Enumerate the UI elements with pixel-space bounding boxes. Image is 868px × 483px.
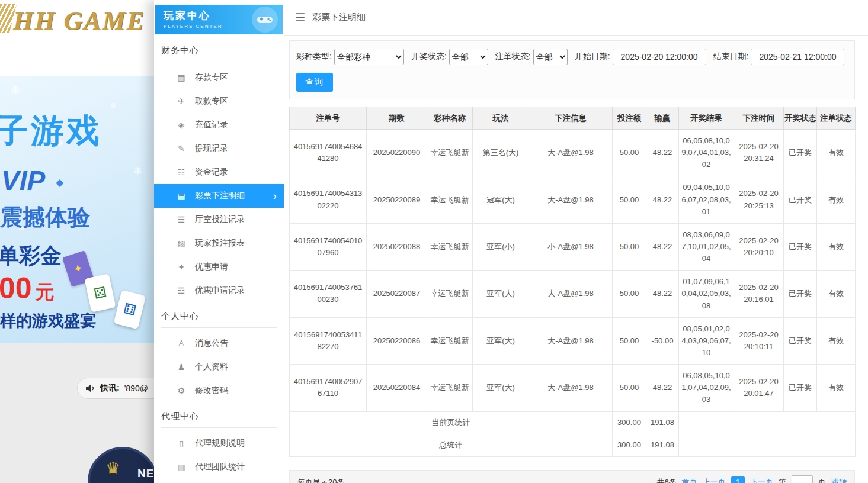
table-body: 40156917400546844128020250220090幸运飞艇新第三名…	[290, 130, 856, 457]
prev-page-link[interactable]: 上一页	[703, 477, 726, 483]
next-page-link[interactable]: 下一页	[750, 477, 773, 483]
banner-bonus-text: 单彩金	[0, 242, 62, 271]
table-cell: 08,05,01,02,04,03,09,06,07,10	[679, 317, 734, 364]
table-cell: 08,03,06,09,07,10,01,02,05,04	[679, 223, 734, 270]
table-cell: 大-A盘@1.98	[529, 176, 613, 223]
sidebar-item-label: 厅室投注记录	[195, 214, 245, 225]
sidebar-item-recharge-record[interactable]: ◈充值记录	[154, 113, 284, 137]
deposit-icon: ▦	[177, 73, 186, 82]
end-date-input[interactable]	[751, 49, 844, 65]
hamburger-menu-icon[interactable]: ☰	[295, 11, 305, 24]
column-header: 开奖结果	[679, 107, 734, 130]
table-cell: 已开奖	[784, 130, 817, 176]
table-row: 40156917400543130222020250220089幸运飞艇新冠军(…	[290, 176, 856, 223]
sidebar-item-label: 充值记录	[195, 120, 228, 130]
table-row: 40156917400546844128020250220090幸运飞艇新第三名…	[290, 130, 856, 176]
sidebar-item-label: 代理团队统计	[195, 462, 245, 472]
table-cell: 有效	[817, 317, 856, 364]
hall-bet-record-icon: ☰	[177, 215, 186, 224]
table-cell: 大-A盘@1.98	[529, 130, 613, 176]
table-cell: 48.22	[646, 365, 679, 411]
first-page-link[interactable]: 首页	[682, 477, 697, 483]
sidebar-item-deposit[interactable]: ▦存款专区	[154, 66, 284, 89]
jump-suffix-label: 页	[818, 477, 826, 483]
sidebar-item-funds-record[interactable]: ☷资金记录	[154, 160, 284, 184]
ticker-text: '890@	[124, 384, 148, 393]
current-page-indicator[interactable]: 1	[731, 476, 745, 483]
table-cell: -50.00	[646, 317, 679, 364]
sidebar-item-promo-apply-record[interactable]: ☲优惠申请记录	[154, 279, 284, 302]
table-cell: 06,08,05,10,01,07,04,02,09,03	[679, 365, 734, 411]
jump-button[interactable]: 跳转	[831, 477, 847, 483]
sidebar-item-agent-team-stats[interactable]: ▥代理团队统计	[154, 455, 284, 479]
banner-title: 子游戏	[0, 109, 102, 154]
column-header: 下注时间	[734, 107, 784, 130]
sidebar-item-withdraw[interactable]: ✈取款专区	[154, 89, 284, 113]
table-cell: 48.22	[646, 271, 679, 317]
draw-status-select[interactable]: 全部	[449, 49, 488, 65]
table-cell: 01,07,09,06,10,04,02,05,03,08	[679, 271, 734, 317]
table-cell: 50.00	[613, 176, 646, 223]
ticker-label: 快讯:	[100, 383, 120, 394]
table-cell: 50.00	[613, 271, 646, 317]
table-cell: 小-A盘@1.98	[529, 223, 613, 270]
bet-records-table: 注单号期数彩种名称玩法下注信息投注额输赢开奖结果下注时间开奖状态注单状态 401…	[289, 107, 856, 457]
table-cell: 幸运飞艇新	[427, 130, 473, 176]
total-count: 共6条	[657, 477, 677, 483]
table-row: 40156917400534118227020250220086幸运飞艇新亚军(…	[290, 317, 856, 364]
sidebar-item-message-board[interactable]: ♙消息公告	[154, 331, 284, 355]
site-logo: HH GAME	[13, 6, 145, 36]
summary-label: 当前页统计	[290, 411, 613, 434]
table-cell: 大-A盘@1.98	[529, 317, 613, 364]
player-bet-report-icon: ▨	[177, 239, 186, 248]
page-jump-input[interactable]	[792, 475, 813, 483]
sidebar-item-player-bet-report[interactable]: ▨玩家投注报表	[154, 231, 284, 255]
sidebar-item-label: 修改密码	[195, 385, 228, 396]
table-cell: 大-A盘@1.98	[529, 365, 613, 411]
promo-banner: ❄ ❄ ❄ ❄ ❄ 子游戏 VIP◆ 震撼体验 单彩金 ✦ ⚄ ⚅ 00元 样的…	[0, 76, 154, 343]
player-center-panel: 玩家中心 PLAYERS CENTER 财务中心▦存款专区✈取款专区◈充值记录✎…	[154, 0, 868, 483]
sidebar-item-label: 提现记录	[195, 143, 228, 154]
lottery-type-select[interactable]: 全部彩种	[334, 49, 404, 65]
sidebar-item-label: 优惠申请记录	[195, 285, 245, 296]
menu-section-heading: 个人中心	[161, 311, 277, 328]
table-cell: 幸运飞艇新	[427, 365, 473, 411]
sidebar-item-change-password[interactable]: ⚙修改密码	[154, 379, 284, 402]
sidebar-item-promo-apply[interactable]: ✦优惠申请	[154, 255, 284, 279]
sidebar-item-profile[interactable]: ♟个人资料	[154, 355, 284, 379]
sidebar: 玩家中心 PLAYERS CENTER 财务中心▦存款专区✈取款专区◈充值记录✎…	[154, 0, 284, 483]
table-cell: 已开奖	[784, 365, 817, 411]
vip-label: VIP	[1, 165, 45, 196]
filter-row: 彩种类型: 全部彩种 开奖状态: 全部 注单状态: 全部 开始日期:	[296, 49, 848, 65]
summary-empty	[679, 434, 856, 456]
sidebar-item-lottery-bet-detail[interactable]: ▤彩票下注明细›	[154, 184, 284, 208]
content-header: ☰ 彩票下注明细	[284, 0, 868, 36]
search-button[interactable]: 查询	[296, 73, 333, 92]
table-cell: 48.22	[646, 223, 679, 270]
table-cell: 401569174005431302220	[290, 176, 367, 223]
sidebar-item-label: 消息公告	[195, 338, 228, 349]
sidebar-item-label: 资金记录	[195, 167, 228, 178]
sidebar-item-agent-rules[interactable]: ▯代理规则说明	[154, 432, 284, 455]
menu-section-heading: 代理中心	[161, 411, 277, 428]
table-cell: 亚军(大)	[473, 271, 529, 317]
table-cell: 401569174005468441280	[290, 130, 367, 176]
chevron-right-icon: ›	[273, 191, 277, 201]
order-status-select[interactable]: 全部	[533, 49, 568, 65]
summary-row: 总统计300.00191.08	[290, 434, 856, 456]
jump-prefix-label: 第	[779, 477, 786, 483]
table-cell: 2025-02-20 20:31:24	[734, 130, 784, 176]
main-content: ☰ 彩票下注明细 彩种类型: 全部彩种 开奖状态: 全部 注单状态:	[284, 0, 868, 483]
summary-empty	[679, 411, 856, 434]
table-cell: 已开奖	[784, 317, 817, 364]
column-header: 彩种名称	[427, 107, 473, 130]
die-icon: ⚄	[92, 284, 108, 302]
table-cell: 有效	[817, 176, 856, 223]
column-header: 玩法	[473, 107, 529, 130]
profile-icon: ♟	[177, 362, 186, 372]
lottery-bet-detail-icon: ▤	[177, 191, 186, 201]
start-date-input[interactable]	[613, 49, 706, 65]
summary-winloss-total: 191.08	[646, 434, 679, 456]
sidebar-item-withdrawal-record[interactable]: ✎提现记录	[154, 137, 284, 160]
sidebar-item-hall-bet-record[interactable]: ☰厅室投注记录	[154, 208, 284, 231]
